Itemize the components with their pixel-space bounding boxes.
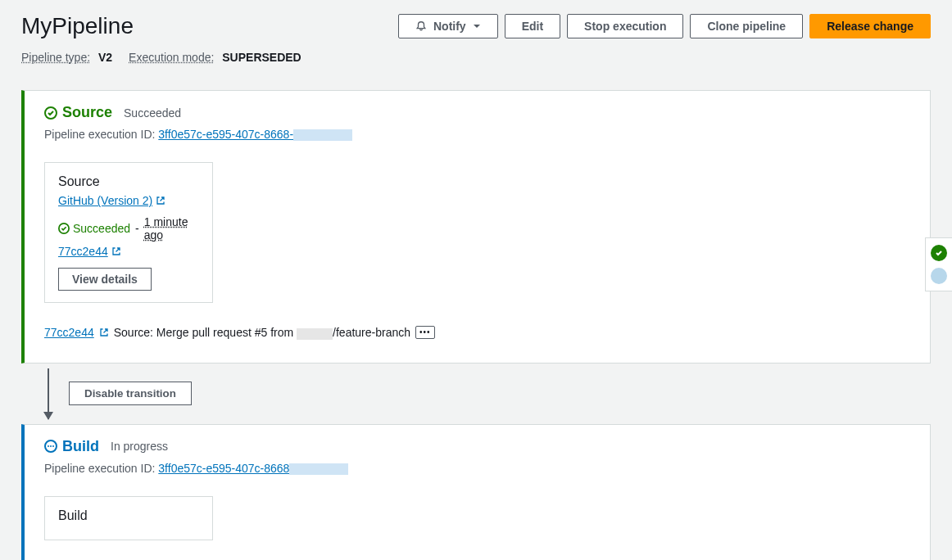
build-action-card: Build bbox=[44, 496, 213, 540]
edit-button[interactable]: Edit bbox=[505, 14, 560, 38]
dock-progress-icon[interactable] bbox=[931, 268, 947, 284]
dock-success-icon[interactable] bbox=[931, 245, 947, 261]
stage-build-status: In progress bbox=[111, 440, 168, 453]
commit-message: Source: Merge pull request #5 from /feat… bbox=[114, 326, 410, 339]
stage-build: Build In progress Pipeline execution ID:… bbox=[21, 424, 931, 560]
svg-point-4 bbox=[50, 445, 52, 447]
svg-point-5 bbox=[52, 445, 54, 447]
commit-link[interactable]: 77cc2e44 bbox=[58, 245, 121, 258]
exec-mode-label: Execution mode: bbox=[129, 51, 214, 64]
external-link-icon bbox=[156, 196, 165, 205]
source-exec-id: Pipeline execution ID: 3ff0e57c-e595-407… bbox=[44, 128, 910, 141]
in-progress-icon bbox=[44, 440, 57, 453]
pipeline-meta: Pipeline type: V2 Execution mode: SUPERS… bbox=[21, 51, 931, 64]
external-link-icon bbox=[111, 246, 121, 256]
stage-source-title: Source bbox=[44, 104, 112, 121]
stage-source: Source Succeeded Pipeline execution ID: … bbox=[21, 90, 931, 364]
bell-icon bbox=[415, 20, 427, 32]
notify-button[interactable]: Notify bbox=[398, 14, 498, 38]
stage-build-title: Build bbox=[44, 438, 99, 455]
pipeline-type-value: V2 bbox=[98, 51, 112, 64]
more-button[interactable]: ••• bbox=[415, 326, 435, 339]
clone-pipeline-button[interactable]: Clone pipeline bbox=[690, 14, 803, 38]
svg-point-3 bbox=[48, 445, 49, 447]
exec-mode-value: SUPERSEDED bbox=[222, 51, 301, 64]
arrow-down-icon bbox=[48, 368, 49, 419]
masked-text bbox=[297, 328, 333, 340]
action-title: Build bbox=[58, 508, 199, 523]
caret-down-icon bbox=[473, 22, 481, 30]
success-circle-icon bbox=[44, 106, 57, 120]
view-details-button[interactable]: View details bbox=[58, 268, 152, 291]
build-exec-id-link[interactable]: 3ff0e57c-e595-407c-8668 bbox=[158, 462, 348, 475]
source-action-card: Source GitHub (Version 2) Succeeded - 1 … bbox=[44, 162, 213, 303]
stop-execution-button[interactable]: Stop execution bbox=[567, 14, 683, 38]
masked-text bbox=[293, 129, 352, 141]
transition-row: Disable transition bbox=[43, 368, 931, 419]
stage-source-status: Succeeded bbox=[124, 106, 181, 120]
action-buttons: Notify Edit Stop execution Clone pipelin… bbox=[398, 14, 931, 38]
source-exec-id-link[interactable]: 3ff0e57c-e595-407c-8668- bbox=[158, 128, 352, 141]
footer-commit-link[interactable]: 77cc2e44 bbox=[44, 326, 94, 339]
status-dock bbox=[925, 237, 952, 291]
github-provider-link[interactable]: GitHub (Version 2) bbox=[58, 194, 165, 207]
success-circle-icon bbox=[58, 223, 70, 234]
disable-transition-button[interactable]: Disable transition bbox=[69, 382, 192, 405]
page-title: MyPipeline bbox=[21, 13, 134, 39]
external-link-icon bbox=[99, 327, 109, 337]
action-title: Source bbox=[58, 174, 199, 189]
action-time: 1 minute ago bbox=[144, 215, 199, 242]
masked-text bbox=[289, 463, 348, 475]
source-footer: 77cc2e44 Source: Merge pull request #5 f… bbox=[44, 326, 910, 339]
pipeline-type-label: Pipeline type: bbox=[21, 51, 90, 64]
build-exec-id: Pipeline execution ID: 3ff0e57c-e595-407… bbox=[44, 462, 910, 475]
release-change-button[interactable]: Release change bbox=[809, 14, 931, 38]
action-status: Succeeded - 1 minute ago bbox=[58, 215, 199, 242]
